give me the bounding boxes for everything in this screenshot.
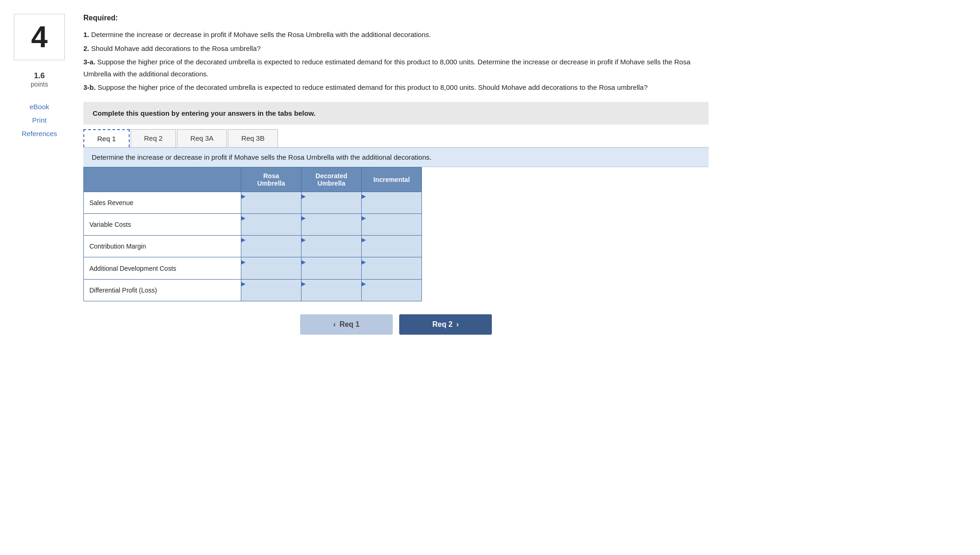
header-rosa: RosaUmbrella [241, 167, 302, 192]
cell-variable-costs-decorated[interactable]: ▶ [302, 213, 362, 235]
tab-req2[interactable]: Req 2 [131, 129, 176, 147]
arrow-icon: ▶ [241, 215, 245, 221]
input-contribution-margin-rosa[interactable] [241, 243, 301, 257]
required-heading: Required: [83, 14, 709, 22]
ebook-link[interactable]: eBook [30, 103, 50, 111]
print-link[interactable]: Print [32, 116, 47, 124]
points-value: 1.6 [31, 71, 48, 81]
req3b-content: Suppose the higher price of the decorate… [98, 83, 647, 91]
cell-sales-revenue-decorated[interactable]: ▶ [302, 192, 362, 213]
cell-variable-costs-incremental[interactable]: ▶ [362, 213, 422, 235]
cell-sales-revenue-incremental[interactable]: ▶ [362, 192, 422, 213]
question-number-box: 4 [14, 14, 65, 60]
tab-req3a[interactable]: Req 3A [177, 129, 227, 147]
req1-text: 1. Determine the increase or decrease in… [83, 29, 709, 41]
header-label [84, 167, 241, 192]
main-content: Required: 1. Determine the increase or d… [79, 9, 727, 546]
input-sales-revenue-rosa[interactable] [241, 200, 301, 213]
input-differential-profit-decorated[interactable] [302, 287, 361, 301]
req2-content: Should Mohave add decorations to the Ros… [91, 44, 261, 52]
req2-prefix: 2. [83, 44, 89, 52]
input-variable-costs-incremental[interactable] [362, 221, 421, 235]
prev-arrow-icon: ‹ [333, 320, 336, 329]
arrow-icon: ▶ [362, 281, 366, 287]
input-sales-revenue-incremental[interactable] [362, 200, 421, 213]
input-contribution-margin-incremental[interactable] [362, 243, 421, 257]
arrow-icon: ▶ [241, 259, 245, 265]
input-additional-dev-costs-decorated[interactable] [302, 265, 361, 279]
tab-instruction: Determine the increase or decrease in pr… [83, 148, 709, 167]
cell-contribution-margin-incremental[interactable]: ▶ [362, 236, 422, 257]
table-row: Sales Revenue ▶ ▶ ▶ [84, 192, 422, 213]
table-row: Differential Profit (Loss) ▶ ▶ ▶ [84, 279, 422, 301]
row-label-sales-revenue: Sales Revenue [84, 192, 241, 213]
tab-req3b[interactable]: Req 3B [228, 129, 278, 147]
input-variable-costs-decorated[interactable] [302, 221, 361, 235]
cell-contribution-margin-rosa[interactable]: ▶ [241, 236, 302, 257]
cell-differential-profit-rosa[interactable]: ▶ [241, 279, 302, 301]
prev-button-label: Req 1 [339, 320, 360, 329]
left-sidebar: 4 1.6 points eBook Print References [0, 9, 79, 546]
arrow-icon: ▶ [241, 281, 245, 287]
prev-button[interactable]: ‹ Req 1 [300, 314, 393, 335]
points-label: points [31, 81, 48, 88]
table-row: Variable Costs ▶ ▶ ▶ [84, 213, 422, 235]
req1-content: Determine the increase or decrease in pr… [91, 31, 431, 38]
main-table: RosaUmbrella DecoratedUmbrella Increment… [83, 167, 422, 301]
points-section: 1.6 points [31, 71, 48, 88]
table-row: Additional Development Costs ▶ ▶ ▶ [84, 257, 422, 279]
arrow-icon: ▶ [302, 259, 306, 265]
arrow-icon: ▶ [302, 215, 306, 221]
next-button-label: Req 2 [433, 320, 453, 329]
req3a-prefix: 3-a. [83, 58, 95, 66]
arrow-icon: ▶ [241, 237, 245, 243]
cell-variable-costs-rosa[interactable]: ▶ [241, 213, 302, 235]
requirements-list: 1. Determine the increase or decrease in… [83, 29, 709, 94]
data-table-wrapper: RosaUmbrella DecoratedUmbrella Increment… [83, 167, 709, 301]
req3b-prefix: 3-b. [83, 83, 96, 91]
tab-req1[interactable]: Req 1 [83, 129, 130, 147]
cell-additional-dev-costs-rosa[interactable]: ▶ [241, 257, 302, 279]
cell-differential-profit-decorated[interactable]: ▶ [302, 279, 362, 301]
cell-sales-revenue-rosa[interactable]: ▶ [241, 192, 302, 213]
row-label-differential-profit: Differential Profit (Loss) [84, 279, 241, 301]
next-arrow-icon: › [456, 320, 459, 329]
arrow-icon: ▶ [362, 193, 366, 200]
req2-text: 2. Should Mohave add decorations to the … [83, 43, 709, 55]
input-differential-profit-incremental[interactable] [362, 287, 421, 301]
references-link[interactable]: References [22, 130, 57, 137]
arrow-icon: ▶ [302, 281, 306, 287]
req1-prefix: 1. [83, 31, 89, 38]
arrow-icon: ▶ [362, 259, 366, 265]
req3a-text: 3-a. Suppose the higher price of the dec… [83, 56, 709, 80]
cell-contribution-margin-decorated[interactable]: ▶ [302, 236, 362, 257]
tabs-container: Req 1 Req 2 Req 3A Req 3B [83, 129, 709, 148]
row-label-additional-dev-costs: Additional Development Costs [84, 257, 241, 279]
arrow-icon: ▶ [302, 237, 306, 243]
table-header-row: RosaUmbrella DecoratedUmbrella Increment… [84, 167, 422, 192]
row-label-variable-costs: Variable Costs [84, 213, 241, 235]
arrow-icon: ▶ [302, 193, 306, 200]
cell-additional-dev-costs-decorated[interactable]: ▶ [302, 257, 362, 279]
cell-differential-profit-incremental[interactable]: ▶ [362, 279, 422, 301]
next-button[interactable]: Req 2 › [399, 314, 492, 335]
input-differential-profit-rosa[interactable] [241, 287, 301, 301]
header-decorated: DecoratedUmbrella [302, 167, 362, 192]
header-incremental: Incremental [362, 167, 422, 192]
cell-additional-dev-costs-incremental[interactable]: ▶ [362, 257, 422, 279]
arrow-icon: ▶ [362, 215, 366, 221]
row-label-contribution-margin: Contribution Margin [84, 236, 241, 257]
input-variable-costs-rosa[interactable] [241, 221, 301, 235]
req3b-text: 3-b. Suppose the higher price of the dec… [83, 81, 709, 94]
input-sales-revenue-decorated[interactable] [302, 200, 361, 213]
table-row: Contribution Margin ▶ ▶ ▶ [84, 236, 422, 257]
sidebar-links: eBook Print References [22, 103, 57, 137]
input-contribution-margin-decorated[interactable] [302, 243, 361, 257]
input-additional-dev-costs-rosa[interactable] [241, 265, 301, 279]
input-additional-dev-costs-incremental[interactable] [362, 265, 421, 279]
nav-buttons: ‹ Req 1 Req 2 › [83, 314, 709, 335]
req3a-content: Suppose the higher price of the decorate… [83, 58, 691, 78]
question-number: 4 [31, 20, 48, 54]
arrow-icon: ▶ [362, 237, 366, 243]
arrow-icon: ▶ [241, 193, 245, 200]
